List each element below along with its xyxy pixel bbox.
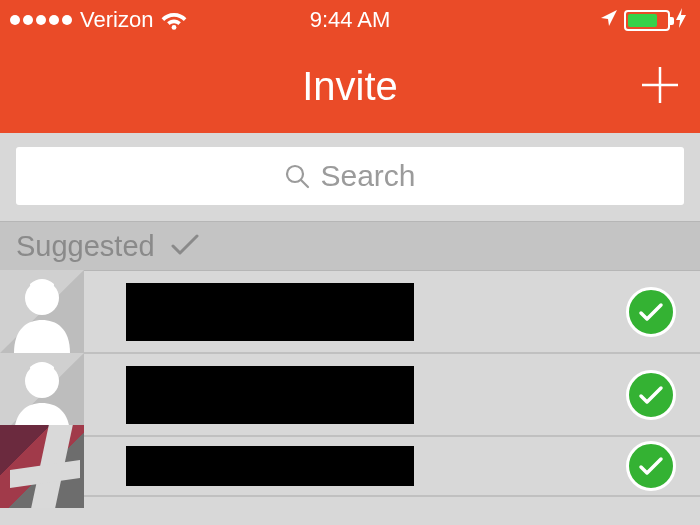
search-container: Search: [0, 133, 700, 221]
carrier-label: Verizon: [80, 7, 153, 33]
search-placeholder: Search: [320, 159, 415, 193]
search-icon: [284, 163, 310, 189]
contact-row[interactable]: [0, 271, 700, 354]
contact-row[interactable]: [0, 437, 700, 497]
contact-row[interactable]: [0, 354, 700, 437]
svg-point-0: [172, 25, 177, 30]
header-bar: Verizon 9:44 AM Invite: [0, 0, 700, 133]
selected-check-icon[interactable]: [626, 287, 676, 337]
charging-bolt-icon: [676, 8, 686, 33]
svg-line-4: [301, 180, 308, 187]
section-header-suggested: Suggested: [0, 221, 700, 271]
location-arrow-icon: [600, 7, 618, 33]
selected-check-icon[interactable]: [626, 441, 676, 491]
signal-strength-icon: [10, 15, 72, 25]
status-right: [600, 7, 686, 33]
page-title: Invite: [302, 64, 398, 109]
battery-icon: [624, 10, 670, 31]
nav-bar: Invite: [0, 40, 700, 133]
search-input[interactable]: Search: [16, 147, 684, 205]
add-button[interactable]: [638, 63, 682, 111]
contact-list: [0, 271, 700, 497]
status-bar: Verizon 9:44 AM: [0, 0, 700, 40]
svg-point-7: [25, 281, 59, 315]
avatar: [0, 270, 84, 353]
contact-name-redacted: [126, 283, 414, 341]
svg-point-10: [25, 364, 59, 398]
status-left: Verizon: [10, 7, 187, 33]
selected-check-icon[interactable]: [626, 370, 676, 420]
wifi-icon: [161, 10, 187, 30]
avatar: [0, 425, 84, 508]
contact-name-redacted: [126, 446, 414, 486]
section-label: Suggested: [16, 230, 155, 263]
contact-name-redacted: [126, 366, 414, 424]
checkmark-icon: [171, 230, 199, 263]
clock-label: 9:44 AM: [310, 7, 391, 33]
